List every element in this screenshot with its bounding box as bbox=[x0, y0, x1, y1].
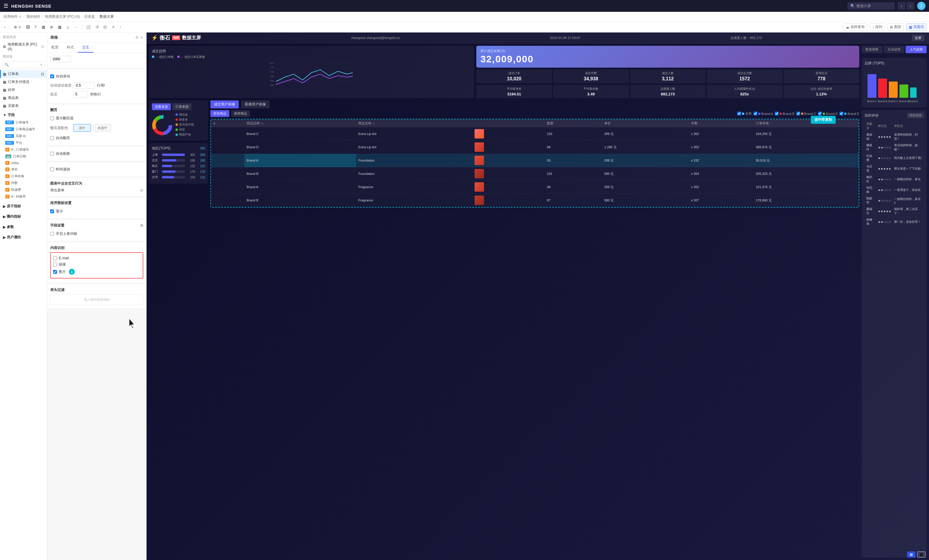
toolbar-more-btn[interactable]: ··· bbox=[72, 24, 79, 31]
scroll-speed-input[interactable] bbox=[74, 82, 95, 89]
source-tab-order[interactable]: 订单来源 bbox=[173, 103, 192, 110]
field-qty[interactable]: # 件数 bbox=[0, 180, 47, 187]
filter-all-checkbox[interactable] bbox=[737, 112, 741, 115]
dataset-products[interactable]: ▦ 商品表 bbox=[0, 94, 47, 102]
time-travel-checkbox[interactable] bbox=[50, 167, 54, 171]
dataset-search-input[interactable] bbox=[10, 63, 39, 66]
hamburger-icon[interactable]: ☰ bbox=[3, 3, 8, 9]
field-settings-icon[interactable]: ⚙ bbox=[140, 223, 143, 228]
params-header[interactable]: ▶ 参数 bbox=[0, 223, 47, 231]
side-tab-summary[interactable]: 数据摘要 bbox=[862, 46, 883, 53]
popup-menu-settings-icon[interactable]: ⚙ bbox=[140, 188, 143, 193]
breadcrumb-panel[interactable]: 仪表盘 bbox=[84, 14, 95, 19]
toolbar-zoom-group[interactable]: ⊕ ∨ bbox=[12, 24, 23, 31]
filter-brand-a-checkbox[interactable] bbox=[753, 112, 757, 115]
auto-scroll-checkbox[interactable] bbox=[50, 75, 54, 78]
nav-prev-btn[interactable]: ‹ bbox=[898, 2, 905, 10]
field-product-order-no[interactable]: ABC 订单商品编号 bbox=[0, 126, 47, 133]
auto-refresh-checkbox[interactable] bbox=[50, 152, 54, 156]
side-tab-popularity[interactable]: 人气趋势 bbox=[906, 46, 927, 53]
field-unit-price[interactable]: # 单价 bbox=[0, 166, 47, 173]
avatar[interactable]: Z bbox=[917, 2, 926, 10]
page-btn-2[interactable]: ▩ bbox=[917, 551, 926, 558]
sample-query-btn[interactable]: ☁ 采样查询 bbox=[843, 23, 867, 31]
layer-btn[interactable]: ⊞ 图层 bbox=[887, 23, 904, 31]
toolbar-refresh-btn[interactable]: ↺ bbox=[94, 24, 100, 31]
table-row-highlighted[interactable]: Brand A Foundation 93 288 元 x 332 95,616… bbox=[211, 154, 858, 167]
unselected-color-btn[interactable]: 未选中 bbox=[94, 124, 111, 132]
page-view-btn[interactable]: ▦ 页面式 bbox=[906, 23, 927, 31]
dataset-orders-active[interactable]: ▦ 订单表 ⊡ bbox=[0, 70, 47, 78]
tab-interaction[interactable]: 交互 bbox=[78, 43, 94, 53]
field-order-price[interactable]: # 订单价格 bbox=[0, 173, 47, 180]
atom-indicators-header[interactable]: ▶ 原子指标 bbox=[0, 202, 47, 210]
toolbar-filter-btn[interactable]: ⊥ bbox=[64, 24, 71, 31]
toolbar-preview-btn[interactable]: ⊡ bbox=[102, 24, 109, 31]
filter-brand-c-checkbox[interactable] bbox=[796, 112, 800, 115]
toolbar-export-btn[interactable]: ↑ bbox=[118, 24, 123, 31]
breadcrumb-dashboard[interactable]: 电商数据主屏 (PC) (4) bbox=[45, 14, 80, 19]
field-conversion[interactable]: # A - 转换率 bbox=[0, 193, 47, 200]
field-platform[interactable]: ABC 平台 bbox=[0, 139, 47, 146]
middle-panel-settings-icon[interactable]: ⚙ bbox=[135, 35, 139, 40]
page-btn-1[interactable]: ▦ bbox=[907, 551, 915, 558]
show-pager-checkbox[interactable] bbox=[50, 116, 54, 120]
fullscreen-btn[interactable]: 全屏 bbox=[912, 35, 924, 41]
sort-btn[interactable]: ↕ 排列 bbox=[869, 23, 885, 31]
drag-hint-area[interactable]: 拖入图内维度指标 bbox=[50, 294, 143, 305]
toolbar-plus-btn[interactable]: ⊕ bbox=[48, 24, 55, 31]
table-row[interactable]: Brand B Fragrance 87 580 元 x 307 178,060… bbox=[211, 194, 858, 207]
table-row[interactable]: Brand A Fragrance 96 288 元 x 352 101,376… bbox=[211, 181, 858, 194]
dataset-payments[interactable]: ▦ 订单支付情况 bbox=[0, 78, 47, 86]
nav-search-bar[interactable]: 🔍 数据大屏 bbox=[848, 2, 895, 10]
table-row[interactable]: Brand B Foundation 101 580 元 x 354 205,3… bbox=[211, 167, 858, 181]
filter-brand-d-checkbox[interactable] bbox=[818, 112, 822, 115]
toolbar-screen-btn[interactable]: ⬜ bbox=[84, 24, 92, 31]
field-a-order[interactable]: # A - 订单编号 bbox=[0, 146, 47, 153]
side-tab-interactive[interactable]: 互动趋势 bbox=[884, 46, 905, 53]
selected-color-btn[interactable]: 选中 bbox=[73, 124, 91, 132]
table-row[interactable]: Brand C Extra Lip tint 102 288 元 x 362 1… bbox=[211, 127, 858, 141]
content-image-checkbox[interactable] bbox=[53, 270, 57, 274]
toolbar-img-btn[interactable]: 🖼 bbox=[24, 24, 32, 31]
source-tab-traffic[interactable]: 流量来源 bbox=[152, 103, 171, 110]
derived-indicators-header[interactable]: ▶ 圈内指标 bbox=[0, 213, 47, 220]
content-email-checkbox[interactable] bbox=[53, 256, 57, 260]
auto-page-checkbox[interactable] bbox=[50, 136, 54, 140]
dataset-buyers[interactable]: ▦ 买家表 bbox=[0, 102, 47, 110]
tab-style[interactable]: 样式 bbox=[63, 43, 78, 53]
field-buyer-id[interactable]: ABC 买家 id bbox=[0, 133, 47, 139]
toolbar-share-btn[interactable]: ↗ bbox=[110, 24, 117, 31]
user-attrs-header[interactable]: ▶ 用户属性 bbox=[0, 233, 47, 241]
fields-header[interactable]: ▼ 字段 bbox=[0, 111, 47, 119]
breadcrumb-mycreation[interactable]: 我的创作 bbox=[26, 14, 40, 19]
datasource-item[interactable]: ⊞ 电商数据主屏 (PC) (4) ⊡ bbox=[0, 40, 47, 53]
tab-config[interactable]: 配置 bbox=[47, 43, 63, 53]
filter-all-btn[interactable]: 所有商品 bbox=[210, 110, 229, 117]
filter-brand-b-checkbox[interactable] bbox=[775, 112, 779, 115]
delay-input[interactable] bbox=[73, 91, 88, 98]
toolbar-grid-btn[interactable]: ▩ bbox=[56, 24, 63, 31]
toolbar-table-btn[interactable]: ▦ bbox=[40, 24, 47, 31]
add-dataset-btn[interactable]: + bbox=[40, 62, 43, 67]
field-shipping[interactable]: # 快递费 bbox=[0, 187, 47, 193]
table-row[interactable]: Brand D Extra Lip tint 86 1,288 元 x 302 … bbox=[211, 141, 858, 154]
field-date[interactable]: 📅 订单日期 bbox=[0, 153, 47, 160]
selected-copy-tooltip[interactable]: 选中即复制 bbox=[811, 116, 835, 124]
breadcrumb-app[interactable]: 应用创作 ∨ bbox=[3, 14, 21, 19]
middle-panel-close-icon[interactable]: ✕ bbox=[140, 35, 143, 40]
row-count-input[interactable] bbox=[50, 56, 71, 62]
review-detail-btn[interactable]: 评价详情 bbox=[907, 113, 924, 118]
dataset-search[interactable]: 🔍 + bbox=[2, 61, 44, 68]
toolbar-back-btn[interactable]: ‹ bbox=[2, 24, 7, 31]
content-link-checkbox[interactable] bbox=[53, 263, 57, 266]
field-200w[interactable]: # 200w bbox=[0, 160, 47, 166]
dataset-orders-action[interactable]: ⊡ bbox=[41, 72, 44, 76]
dataset-reviews[interactable]: ▦ 好评 bbox=[0, 86, 47, 94]
active-user-btn[interactable]: 成交用户画像 bbox=[210, 100, 239, 109]
datasource-action-icon[interactable]: ⊡ bbox=[41, 44, 44, 49]
filter-recommended-btn[interactable]: 推荐商品 bbox=[231, 110, 250, 117]
engaged-user-btn[interactable]: 看播用户画像 bbox=[241, 100, 270, 109]
show-sort-checkbox[interactable] bbox=[50, 210, 54, 213]
field-order-no[interactable]: ABC 订单编号 bbox=[0, 119, 47, 126]
